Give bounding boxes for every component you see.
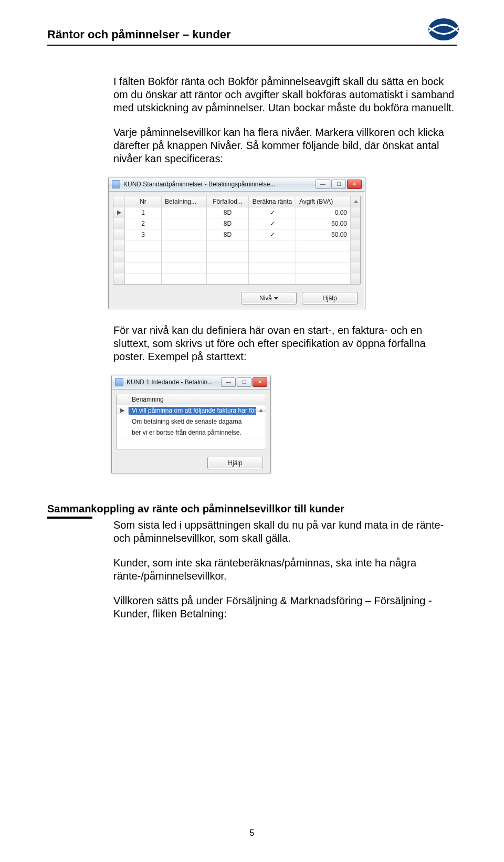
- table-row[interactable]: [113, 274, 360, 284]
- dialog-title: KUND Standardpåminnelser - Betalningspåm…: [123, 181, 275, 188]
- body-paragraph: Som sista led i uppsättningen skall du n…: [113, 519, 457, 545]
- app-icon: [112, 180, 120, 188]
- help-button[interactable]: Hjälp: [302, 292, 358, 304]
- table-row[interactable]: Om betalning skett de senaste dagarna: [117, 416, 266, 427]
- check-icon: ✓: [270, 220, 275, 228]
- text-grid[interactable]: Benämning ▶ Vi vill påminna om att följa…: [116, 394, 266, 449]
- check-icon: ✓: [270, 231, 275, 239]
- levels-grid[interactable]: Nr Betalning... Förfallod... Beräkna rän…: [113, 196, 361, 285]
- table-row[interactable]: 3 8D ✓ 50,00: [113, 229, 360, 240]
- body-paragraph: Varje påminnelsevillkor kan ha flera niv…: [113, 126, 457, 165]
- table-row[interactable]: 2 8D ✓ 50,00: [113, 218, 360, 229]
- header-rule: [47, 45, 457, 46]
- column-header[interactable]: Nr: [125, 196, 162, 207]
- button-label: Nivå: [259, 295, 272, 302]
- body-paragraph: Villkoren sätts på under Försäljning & M…: [113, 594, 457, 621]
- chevron-down-icon: [274, 297, 278, 300]
- table-row[interactable]: ber vi er bortse från denna påminnelse.: [117, 427, 266, 438]
- level-button[interactable]: Nivå: [241, 292, 297, 304]
- column-header[interactable]: Benämning: [129, 396, 167, 404]
- levels-dialog: KUND Standardpåminnelser - Betalningspåm…: [108, 177, 365, 309]
- table-row[interactable]: [113, 240, 360, 251]
- minimize-button[interactable]: —: [316, 180, 330, 189]
- scroll-up-icon[interactable]: [259, 409, 263, 412]
- column-header[interactable]: Betalning...: [162, 196, 207, 207]
- minimize-button[interactable]: —: [221, 377, 236, 387]
- app-icon: [115, 378, 123, 386]
- dialog-titlebar[interactable]: KUND Standardpåminnelser - Betalningspåm…: [109, 177, 365, 192]
- close-button[interactable]: ✕: [253, 377, 267, 387]
- starttext-dialog: KUND 1 Inledande - Betalnin... — ☐ ✕ Ben…: [111, 375, 271, 474]
- close-button[interactable]: ✕: [347, 180, 362, 189]
- table-row[interactable]: [113, 262, 360, 274]
- table-row[interactable]: [117, 438, 266, 449]
- company-logo-icon: [427, 17, 460, 41]
- heading-underline: [47, 517, 92, 519]
- body-paragraph: För var nivå kan du definiera här ovan e…: [113, 324, 457, 363]
- table-row[interactable]: ▶ Vi vill påminna om att följande faktur…: [117, 405, 266, 416]
- body-paragraph: Kunder, som inte ska ränteberäknas/påmin…: [113, 556, 457, 583]
- section-heading: Sammankoppling av ränte och påminnelsevi…: [47, 502, 457, 516]
- scroll-up-icon[interactable]: [354, 200, 358, 203]
- help-button[interactable]: Hjälp: [207, 457, 263, 469]
- check-icon: ✓: [270, 209, 275, 217]
- svg-point-0: [428, 18, 459, 40]
- table-row[interactable]: [113, 251, 360, 262]
- dialog-title: KUND 1 Inledande - Betalnin...: [127, 379, 213, 386]
- page-number: 5: [0, 828, 504, 838]
- column-header[interactable]: Förfallod...: [207, 196, 249, 207]
- dialog-titlebar[interactable]: KUND 1 Inledande - Betalnin... — ☐ ✕: [112, 375, 270, 390]
- column-header[interactable]: Beräkna ränta: [249, 196, 296, 207]
- maximize-button[interactable]: ☐: [237, 377, 251, 387]
- column-header[interactable]: Avgift (BVA): [296, 196, 351, 207]
- maximize-button[interactable]: ☐: [331, 180, 346, 189]
- body-paragraph: I fälten Bokför ränta och Bokför påminne…: [113, 75, 457, 114]
- table-row[interactable]: ▶ 1 8D ✓ 0,00: [113, 207, 360, 218]
- page-title: Räntor och påminnelser – kunder: [47, 28, 231, 41]
